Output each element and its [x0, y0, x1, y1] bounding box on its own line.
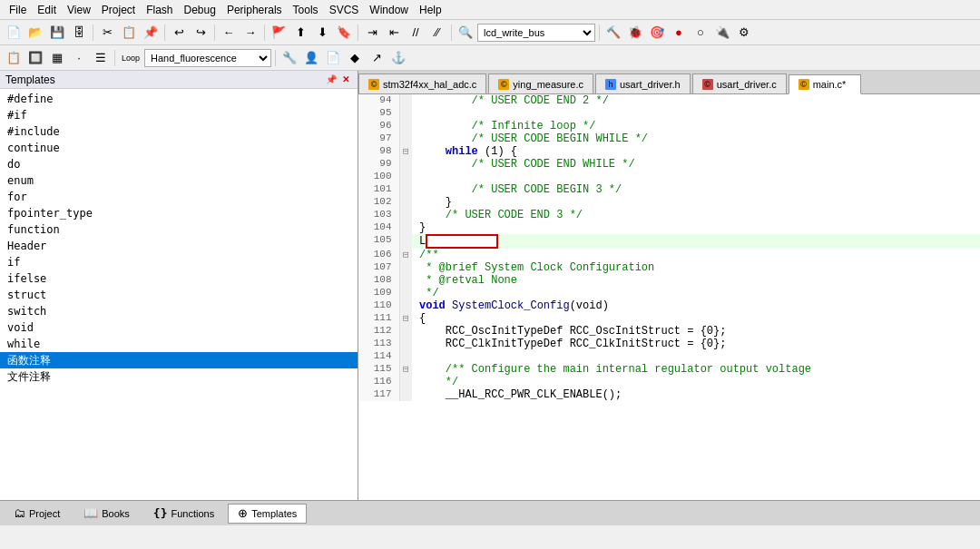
close-icon[interactable]: ✕ [339, 74, 352, 86]
build-btn[interactable]: 🔨 [603, 23, 623, 43]
bookmark-btn[interactable]: 🚩 [269, 23, 289, 43]
anchor-btn[interactable]: ⚓ [388, 48, 408, 68]
fold-98[interactable]: ⊟ [399, 145, 412, 158]
next-bookmark-btn[interactable]: ⬇ [312, 23, 332, 43]
code-116[interactable]: */ [412, 376, 980, 388]
code-97[interactable]: /* USER CODE BEGIN WHILE */ [412, 132, 980, 145]
paste-btn[interactable]: 📌 [141, 23, 161, 43]
project-combo[interactable]: Hand_fluorescence [144, 49, 271, 67]
person-btn[interactable]: 👤 [301, 48, 321, 68]
template-if2[interactable]: if [0, 254, 358, 270]
code-area[interactable]: 94 /* USER CODE END 2 */ 95 96 /* Infin [358, 94, 980, 500]
code-106[interactable]: /** [412, 249, 980, 261]
template-while[interactable]: while [0, 336, 358, 352]
menu-view[interactable]: View [62, 2, 96, 18]
code-99[interactable]: /* USER CODE END WHILE */ [412, 158, 980, 171]
save-btn[interactable]: 💾 [47, 23, 67, 43]
menu-project[interactable]: Project [96, 2, 141, 18]
template-function[interactable]: function [0, 221, 358, 238]
template-for[interactable]: for [0, 189, 358, 205]
debug1-btn[interactable]: 🐞 [625, 23, 645, 43]
menu-svcs[interactable]: SVCS [324, 2, 365, 18]
menu-help[interactable]: Help [414, 2, 447, 18]
code-117[interactable]: __HAL_RCC_PWR_CLK_ENABLE(); [412, 388, 980, 401]
redo-btn[interactable]: ↪ [191, 23, 211, 43]
code-103[interactable]: /* USER CODE END 3 */ [412, 209, 980, 221]
inline-input[interactable] [426, 234, 498, 249]
save-all-btn[interactable]: 🗄 [69, 23, 89, 43]
code-98[interactable]: while (1) { [412, 145, 980, 158]
tab-driver-c[interactable]: © usart_driver.c [692, 74, 787, 93]
uncomment-btn[interactable]: ⁄⁄ [427, 23, 447, 43]
tab-measure[interactable]: © ying_measure.c [488, 74, 593, 93]
diamond-btn[interactable]: ◆ [345, 48, 365, 68]
clr-bookmark-btn[interactable]: 🔖 [334, 23, 354, 43]
arrow-btn[interactable]: ↗ [367, 48, 387, 68]
tab-driver-h[interactable]: h usart_driver.h [595, 74, 691, 93]
template-btn[interactable]: 📋 [4, 48, 24, 68]
new-file-btn[interactable]: 📄 [4, 23, 24, 43]
list-btn[interactable]: ☰ [91, 48, 111, 68]
copy2-btn[interactable]: 📄 [323, 48, 343, 68]
copy-btn[interactable]: 📋 [119, 23, 139, 43]
code-114[interactable] [412, 350, 980, 363]
bottom-tab-books[interactable]: 📖 Books [74, 504, 140, 524]
tab-adc[interactable]: © stm32f4xx_hal_adc.c [358, 74, 486, 93]
template-enum[interactable]: enum [0, 172, 358, 189]
code-109[interactable]: */ [412, 287, 980, 299]
open-btn[interactable]: 📂 [25, 23, 45, 43]
stop-btn[interactable]: ● [669, 23, 689, 43]
nav-fwd-btn[interactable]: → [240, 23, 260, 43]
power-btn[interactable]: 🔌 [712, 23, 732, 43]
menu-window[interactable]: Window [364, 2, 414, 18]
code-112[interactable]: RCC_OscInitTypeDef RCC_OscInitStruct = {… [412, 325, 980, 338]
code-108[interactable]: * @retval None [412, 274, 980, 287]
code-111[interactable]: { [412, 312, 980, 325]
bottom-tab-project[interactable]: 🗂 Project [4, 504, 70, 524]
chip-btn[interactable]: 🔲 [25, 48, 45, 68]
template-do[interactable]: do [0, 156, 358, 172]
indent-btn[interactable]: ⇥ [362, 23, 382, 43]
template-switch[interactable]: switch [0, 303, 358, 319]
tab-main[interactable]: © main.c* [789, 74, 861, 94]
find-btn[interactable]: 🔍 [456, 23, 475, 43]
fold-111[interactable]: ⊟ [399, 312, 412, 325]
code-107[interactable]: * @brief System Clock Configuration [412, 261, 980, 274]
template-header[interactable]: Header [0, 238, 358, 254]
menu-tools[interactable]: Tools [288, 2, 324, 18]
target-btn[interactable]: 🎯 [647, 23, 667, 43]
undo-btn[interactable]: ↩ [169, 23, 189, 43]
menu-file[interactable]: File [4, 2, 32, 18]
code-105[interactable]: L [412, 234, 980, 249]
menu-peripherals[interactable]: Peripherals [221, 2, 288, 18]
code-96[interactable]: /* Infinite loop */ [412, 120, 980, 132]
template-if[interactable]: #if [0, 107, 358, 123]
template-define[interactable]: #define [0, 91, 358, 107]
code-110[interactable]: void SystemClock_Config(void) [412, 299, 980, 312]
fold-115[interactable]: ⊟ [399, 363, 412, 376]
menu-edit[interactable]: Edit [32, 2, 62, 18]
menu-debug[interactable]: Debug [179, 2, 221, 18]
template-func-comment[interactable]: 函数注释 [0, 352, 358, 368]
bottom-tab-templates[interactable]: ⊕ Templates [228, 504, 307, 524]
tool1-btn[interactable]: 🔧 [279, 48, 299, 68]
settings-btn[interactable]: ⚙ [734, 23, 754, 43]
comment-btn[interactable]: // [406, 23, 426, 43]
template-ifelse[interactable]: ifelse [0, 270, 358, 287]
template-struct[interactable]: struct [0, 287, 358, 303]
code-104[interactable]: } [412, 221, 980, 234]
pin-icon[interactable]: 📌 [325, 74, 338, 86]
code-100[interactable] [412, 171, 980, 183]
grid-btn[interactable]: ▦ [47, 48, 67, 68]
code-101[interactable]: /* USER CODE BEGIN 3 */ [412, 183, 980, 196]
template-file-comment[interactable]: 文件注释 [0, 368, 358, 385]
function-combo[interactable]: lcd_write_bus [477, 24, 595, 42]
bottom-tab-functions[interactable]: {} Functions [143, 504, 224, 524]
template-void[interactable]: void [0, 319, 358, 336]
cut-btn[interactable]: ✂ [97, 23, 117, 43]
dot-btn[interactable]: · [69, 48, 89, 68]
code-94[interactable]: /* USER CODE END 2 */ [412, 94, 980, 107]
template-continue[interactable]: continue [0, 140, 358, 156]
template-include[interactable]: #include [0, 123, 358, 140]
code-115[interactable]: /** Configure the main internal regulato… [412, 363, 980, 376]
